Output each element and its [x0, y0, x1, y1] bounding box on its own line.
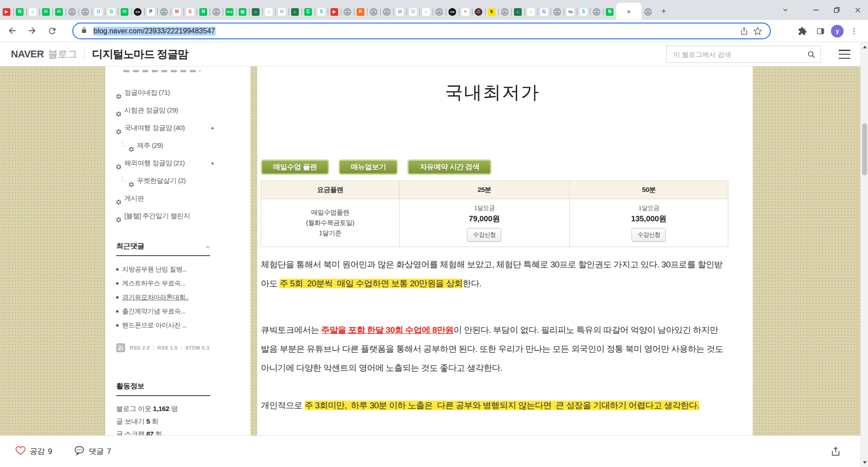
browser-tab-store[interactable]: ⌂ — [420, 4, 433, 20]
browser-tab-globe[interactable] — [341, 4, 354, 20]
heart-icon[interactable] — [15, 445, 26, 458]
browser-tab-globe[interactable] — [157, 4, 170, 20]
browser-tab-globe[interactable] — [590, 4, 603, 20]
browser-tab-naver[interactable]: N — [13, 4, 26, 20]
browser-tab-gmail[interactable]: M — [170, 4, 184, 20]
scroll-down-arrow[interactable] — [861, 458, 868, 466]
sidebar-category-item[interactable]: 해외여행 정글맘 (21)▲ — [116, 156, 215, 174]
sidebar-category-item[interactable]: 푸켓한달살기 (2) — [116, 174, 215, 191]
enroll-button-50min[interactable]: 수강신청 — [632, 228, 666, 242]
browser-tab-cafe[interactable]: C — [302, 4, 315, 20]
search-icon[interactable] — [804, 47, 818, 61]
close-window-button[interactable] — [847, 0, 868, 20]
tab-search-chevron-icon[interactable] — [778, 0, 793, 20]
browser-tab-globe[interactable] — [498, 4, 511, 20]
scrollbar-thumb[interactable] — [862, 123, 867, 175]
blog-search-box[interactable] — [666, 46, 821, 63]
browser-tab-bag[interactable]: U — [92, 4, 105, 20]
url-text[interactable]: blog.naver.com/23933/222199483547 — [93, 27, 216, 36]
browser-tab-globe[interactable] — [79, 4, 92, 20]
browser-tab-bag-blue2[interactable]: U — [406, 4, 420, 20]
browser-tab-google[interactable]: G — [538, 4, 551, 20]
profile-avatar[interactable]: y — [831, 25, 844, 37]
browser-tab-store[interactable]: ⌂ — [524, 4, 538, 20]
browser-tab-store[interactable]: ⌂ — [26, 4, 39, 20]
sidebar-category-item[interactable]: 정글이네집 (71) — [116, 86, 215, 103]
like-group[interactable]: 공감 9 — [15, 445, 52, 458]
sidebar-category-item[interactable]: [블챌] 주간일기 챌린지 — [116, 209, 215, 227]
enroll-button-25min[interactable]: 수강신청 — [467, 228, 501, 242]
page-scrollbar[interactable] — [860, 42, 868, 467]
browser-tab-blog[interactable]: blog — [223, 4, 236, 20]
collapse-arrow-icon[interactable]: ▲ — [210, 121, 215, 135]
side-panel-icon[interactable] — [813, 23, 828, 39]
recent-comment-item[interactable]: 게스트하우스 무료숙... — [116, 276, 210, 290]
tab-close-icon[interactable]: × — [627, 8, 631, 15]
rss2-link[interactable]: RSS 2.0 — [130, 345, 150, 350]
browser-tab-orange-run[interactable]: K — [354, 4, 367, 20]
green-plan-button-2[interactable]: 매뉴얼보기 — [339, 159, 398, 175]
sidebar-category-item[interactable]: 제주 (29) — [116, 139, 215, 156]
browser-tab-s-teal[interactable]: S — [315, 4, 328, 20]
browser-tab-store[interactable]: ⌂ — [262, 4, 275, 20]
browser-tab-globe[interactable] — [642, 4, 655, 20]
browser-tab-naver[interactable]: N — [197, 4, 210, 20]
green-plan-button-3[interactable]: 자유예약 시간 검색 — [407, 159, 491, 175]
rss1-link[interactable]: RSS 1.0 — [157, 345, 177, 350]
recent-comment-item[interactable]: 핸드폰으로 아이사진 ... — [116, 318, 210, 332]
recent-comment-item[interactable]: 경기유모차마라톤대회.. — [116, 290, 210, 304]
collapse-arrow-icon[interactable]: ▲ — [210, 156, 215, 170]
browser-tab-globe[interactable] — [551, 4, 564, 20]
browser-tab-bag-blue[interactable]: U — [393, 4, 406, 20]
browser-tab-shopping[interactable]: S — [184, 4, 197, 20]
comment-bubble-icon[interactable] — [74, 445, 85, 458]
back-icon[interactable] — [5, 23, 20, 38]
browser-tab-globe[interactable] — [367, 4, 380, 20]
hamburger-menu-icon[interactable] — [839, 50, 850, 59]
browser-tab-ch[interactable]: Ch — [446, 4, 459, 20]
blog-search-input[interactable] — [667, 51, 804, 58]
browser-tab-globe[interactable] — [66, 4, 79, 20]
browser-tab-naver[interactable]: N — [603, 4, 616, 20]
sidebar-category-item[interactable]: 시험관 정글맘 (29) — [116, 103, 215, 121]
browser-tab-g-green[interactable]: G — [105, 4, 118, 20]
forward-icon[interactable] — [24, 23, 40, 38]
atom-link[interactable]: ATOM 0.3 — [185, 345, 210, 350]
browser-menu-kebab-icon[interactable] — [846, 23, 862, 39]
recent-comment-item[interactable]: 지방공무원 난임 질병... — [116, 262, 210, 276]
browser-tab-grid[interactable]: ▦ — [236, 4, 249, 20]
browser-tab-mail[interactable]: ✉ — [52, 4, 66, 20]
recent-comment-item[interactable]: 출간계약기념 무료숙... — [116, 304, 210, 318]
browser-tab-store-dark[interactable]: ⌂ — [249, 4, 262, 20]
blog-title[interactable]: 디지털노마드 정글맘 — [92, 47, 188, 61]
new-tab-button[interactable]: + — [657, 5, 670, 18]
browser-tab-globe[interactable] — [380, 4, 393, 20]
collapse-chevron-icon[interactable] — [205, 243, 210, 251]
browser-tab-pma[interactable]: P — [144, 4, 157, 20]
scroll-up-arrow[interactable] — [861, 43, 868, 51]
comment-group[interactable]: 댓글 7 — [74, 445, 111, 458]
browser-tab-dots[interactable]: ∴ — [472, 4, 485, 20]
browser-tab-mail[interactable]: ✉ — [118, 4, 131, 20]
browser-tab-globe[interactable] — [210, 4, 223, 20]
green-plan-button-1[interactable]: 매일수업 플랜 — [261, 159, 329, 175]
browser-tab-sun[interactable]: ☀ — [459, 4, 472, 20]
extensions-puzzle-icon[interactable] — [795, 23, 810, 39]
maximize-button[interactable] — [826, 0, 847, 20]
browser-tab-kakao[interactable]: k — [485, 4, 498, 20]
sidebar-category-item[interactable]: 국내여행 정글맘 (40)▲ — [116, 121, 215, 139]
post-share-icon[interactable] — [830, 446, 841, 459]
naver-blog-logo[interactable]: NAVER 블로그 — [11, 47, 77, 61]
browser-tab-ch[interactable]: Ch — [131, 4, 144, 20]
browser-tab-globe[interactable] — [433, 4, 446, 20]
bookmark-star-icon[interactable] — [751, 24, 764, 38]
sidebar-category-item[interactable]: 게시판 — [116, 191, 215, 209]
browser-tab-s-teal[interactable]: S — [577, 4, 590, 20]
browser-tab-youtube[interactable]: ▶ — [328, 4, 341, 20]
browser-tab-youtube[interactable]: ▶ — [0, 4, 13, 20]
browser-tab-mail-outline[interactable]: ✉ — [275, 4, 288, 20]
browser-tab-store-dark[interactable]: ⌂ — [511, 4, 524, 20]
address-bar[interactable]: blog.naver.com/23933/222199483547 — [72, 23, 771, 39]
browser-tab-mail[interactable]: ✉ — [39, 4, 52, 20]
browser-tab-tg[interactable]: TG — [564, 4, 577, 20]
